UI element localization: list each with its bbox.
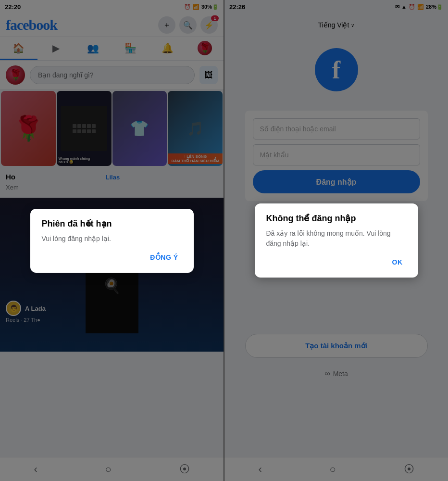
- ok-button[interactable]: OK: [388, 256, 407, 268]
- session-expired-overlay: Phiên đã hết hạn Vui lòng đăng nhập lại.…: [0, 0, 224, 481]
- confirm-button[interactable]: ĐỒNG Ý: [146, 252, 182, 263]
- dialog-actions-expired: ĐỒNG Ý: [42, 252, 182, 263]
- dialog-message-error: Đã xảy ra lỗi không mong muốn. Vui lòng …: [266, 228, 407, 249]
- dialog-title-error: Không thể đăng nhập: [266, 213, 407, 224]
- dialog-actions-error: OK: [266, 256, 407, 268]
- left-panel: 22:20 ⏰ 📶 30%🔋 facebook ＋ 🔍 ⚡ 1 🏠: [0, 0, 224, 481]
- session-expired-dialog: Phiên đã hết hạn Vui lòng đăng nhập lại.…: [30, 209, 194, 273]
- dialog-message-expired: Vui lòng đăng nhập lại.: [42, 234, 182, 244]
- right-panel: 22:26 ✉ ▲ ⏰ 📶 28%🔋 Tiếng Việt ∨ f Số điệ…: [224, 0, 448, 481]
- dialog-title-expired: Phiên đã hết hạn: [42, 218, 182, 229]
- login-error-overlay: Không thể đăng nhập Đã xảy ra lỗi không …: [224, 0, 448, 481]
- login-error-dialog: Không thể đăng nhập Đã xảy ra lỗi không …: [255, 203, 418, 278]
